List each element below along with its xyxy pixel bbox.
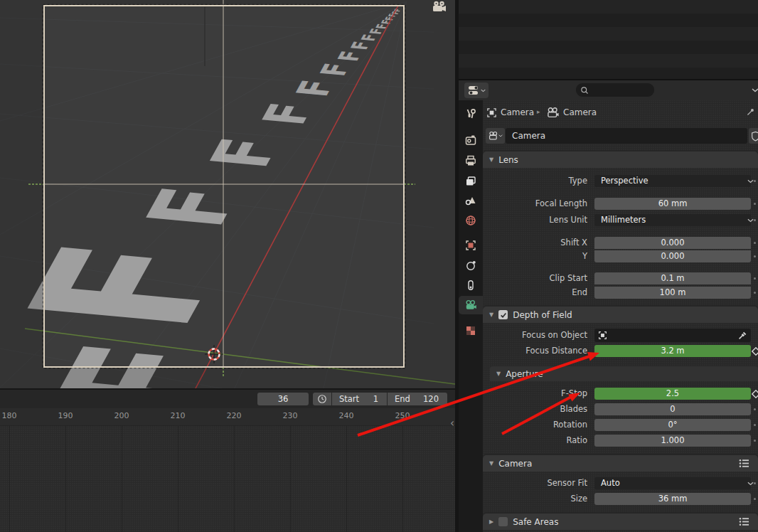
sensor-size-label: Size — [570, 493, 587, 505]
outliner-editor[interactable] — [459, 0, 758, 80]
shift-x-row: Shift X 0.000 — [483, 237, 758, 249]
search-icon — [580, 86, 589, 95]
tab-scene[interactable] — [459, 191, 483, 210]
clock-icon — [317, 394, 327, 404]
tab-render[interactable] — [459, 131, 483, 149]
expand-triangle-icon: ▼ — [489, 312, 493, 318]
auto-keyframe-button[interactable] — [313, 393, 331, 405]
options-chevron-icon[interactable] — [752, 88, 758, 92]
blades-field[interactable]: 0 — [594, 403, 751, 415]
datablock-name-field[interactable]: Camera — [506, 128, 747, 144]
lens-panel-header[interactable]: ▼ Lens — [483, 151, 758, 168]
chevron-down-icon — [747, 179, 754, 183]
tab-constraints[interactable] — [459, 276, 483, 294]
3d-viewport[interactable]: FFFFFFFFFFFFFFFFF — [0, 0, 455, 388]
tab-texture[interactable] — [459, 321, 483, 340]
shift-y-row: Y 0.000 — [483, 250, 758, 262]
focal-length-label: Focal Length — [535, 198, 587, 210]
frame-end-field[interactable]: End 120 — [388, 393, 447, 405]
clip-end-label: End — [572, 287, 587, 299]
ratio-field[interactable]: 1.000 — [594, 435, 751, 447]
eyedropper-icon[interactable] — [737, 331, 747, 341]
lens-title: Lens — [498, 155, 518, 165]
search-box[interactable] — [576, 83, 654, 97]
breadcrumb-object[interactable]: Camera — [501, 107, 534, 117]
tab-physics[interactable] — [459, 256, 483, 275]
type-dropdown[interactable]: Perspective — [594, 175, 751, 187]
clip-start-row: Clip Start 0.1 m — [483, 272, 758, 284]
sensor-fit-dropdown[interactable]: Auto — [594, 477, 751, 489]
blades-row: Blades 0 — [483, 403, 758, 415]
lens-unit-row: Lens Unit Millimeters — [483, 214, 758, 226]
fstop-row: F-Stop 2.5 — [483, 388, 758, 400]
camera-panel-header[interactable]: ▼ Camera — [483, 455, 758, 472]
camera-icon — [489, 131, 498, 141]
clip-start-field[interactable]: 0.1 m — [594, 272, 751, 284]
collapse-panel-arrow[interactable]: ‹ — [450, 418, 454, 428]
timeline-ruler[interactable]: 180190200210220230240250 — [0, 408, 455, 426]
timeline-area[interactable] — [0, 426, 455, 532]
start-label: Start — [339, 393, 359, 405]
aperture-title: Aperture — [506, 369, 543, 379]
clip-end-field[interactable]: 100 m — [594, 287, 751, 299]
pin-icon[interactable] — [746, 107, 755, 117]
focal-length-field[interactable]: 60 mm — [594, 198, 751, 210]
focus-object-row: Focus on Object — [483, 329, 758, 342]
fstop-field[interactable]: 2.5 — [594, 388, 751, 400]
dof-checkbox[interactable] — [498, 310, 508, 319]
focus-distance-label: Focus Distance — [525, 345, 587, 357]
frame-tick-label: 230 — [283, 411, 298, 420]
frame-tick-label: 180 — [2, 411, 17, 420]
timeline-header: 36 Start 1 End 120 — [0, 390, 455, 408]
search-input[interactable] — [589, 85, 648, 95]
focal-length-row: Focal Length 60 mm — [483, 198, 758, 210]
physics-icon — [465, 260, 476, 271]
shift-y-field[interactable]: 0.000 — [594, 250, 751, 262]
type-label: Type — [569, 175, 587, 187]
start-value: 1 — [373, 393, 378, 405]
presets-list-icon[interactable] — [739, 517, 749, 526]
printer-icon — [465, 155, 476, 166]
tool-icon — [465, 108, 476, 119]
safe-areas-title: Safe Areas — [513, 517, 558, 527]
sensor-fit-row: Sensor Fit Auto — [483, 477, 758, 489]
rotation-field[interactable]: 0° — [594, 419, 751, 431]
keyframe-diamond-icon[interactable] — [752, 347, 758, 356]
tab-world[interactable] — [459, 211, 483, 230]
camera-panel-title: Camera — [498, 459, 532, 469]
safe-areas-panel-header[interactable]: ▶ Safe Areas — [483, 514, 758, 530]
expand-triangle-icon: ▶ — [489, 518, 493, 525]
focus-distance-row: Focus Distance 3.2 m — [483, 345, 758, 357]
shift-x-field[interactable]: 0.000 — [594, 237, 751, 249]
texture-checker-icon — [465, 325, 476, 336]
current-frame-field[interactable]: 36 — [257, 393, 309, 405]
dof-panel-header[interactable]: ▼ Depth of Field — [483, 307, 758, 323]
keyframe-diamond-icon[interactable] — [752, 390, 758, 398]
properties-tab-strip — [459, 100, 483, 532]
sensor-size-field[interactable]: 36 mm — [594, 493, 751, 505]
presets-list-icon[interactable] — [739, 459, 749, 468]
object-icon — [486, 107, 497, 118]
focus-object-field[interactable] — [594, 329, 751, 342]
frame-start-field[interactable]: Start 1 — [332, 393, 387, 405]
tab-output[interactable] — [459, 151, 483, 170]
tab-object-data[interactable] — [459, 296, 483, 314]
world-icon — [465, 215, 476, 226]
timeline-editor[interactable]: 36 Start 1 End 120 1801902002102202 — [0, 388, 455, 532]
safe-areas-checkbox[interactable] — [498, 517, 508, 526]
frame-tick-label: 200 — [114, 411, 129, 420]
focus-distance-field[interactable]: 3.2 m — [594, 345, 751, 357]
blender-window: FFFFFFFFFFFFFFFFF — [0, 0, 758, 532]
lens-unit-dropdown[interactable]: Millimeters — [594, 214, 751, 226]
breadcrumb-data[interactable]: Camera — [563, 107, 597, 117]
tab-object[interactable] — [459, 236, 483, 255]
lens-unit-label: Lens Unit — [549, 214, 587, 226]
editor-type-button[interactable] — [464, 83, 489, 98]
fake-user-button[interactable] — [749, 128, 758, 144]
object-icon — [465, 240, 476, 251]
datablock-type-button[interactable] — [486, 128, 505, 144]
tab-view-layer[interactable] — [459, 172, 483, 191]
sensor-size-row: Size 36 mm — [483, 493, 758, 505]
aperture-panel-header[interactable]: ▼ Aperture — [490, 366, 758, 381]
tab-tool[interactable] — [459, 105, 483, 123]
